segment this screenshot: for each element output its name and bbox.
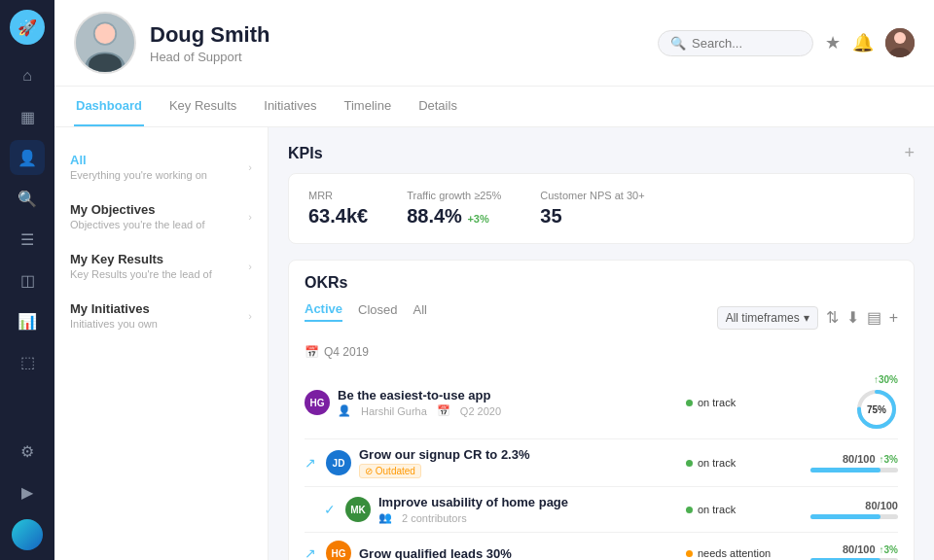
- bookmark-icon[interactable]: ★: [825, 32, 841, 53]
- trend-icon-2: ↗: [305, 455, 316, 471]
- tab-bar: Dashboard Key Results Initiatives Timeli…: [54, 87, 934, 127]
- nav-settings[interactable]: ⚙: [10, 434, 45, 469]
- sidebar-item-initiatives[interactable]: My Initiatives Initiatives you own ›: [54, 292, 268, 339]
- status-dot-2: [686, 460, 693, 467]
- nav-box[interactable]: ◫: [10, 262, 45, 298]
- okr-avatar-4: HG: [326, 541, 351, 560]
- nav-board[interactable]: ⬚: [10, 344, 45, 379]
- timeframe-button[interactable]: All timeframes ▾: [717, 306, 818, 330]
- kpi-nps-label: Customer NPS at 30+: [540, 190, 644, 201]
- progress-label-3: 80/100: [791, 500, 898, 511]
- okr-tab-all[interactable]: All: [413, 302, 427, 321]
- sidebar-objectives-label: My Objectives: [70, 202, 204, 217]
- svg-point-6: [894, 32, 906, 44]
- nav-home[interactable]: ⌂: [10, 58, 45, 93]
- tab-details[interactable]: Details: [416, 87, 459, 126]
- okr-item-1-meta: 👤 Harshil Gurha 📅 Q2 2020: [338, 404, 678, 417]
- quarter-label: 📅 Q4 2019: [305, 345, 898, 359]
- okr-item-1-progress: ↑30% 75%: [791, 374, 898, 431]
- user-name: Doug Smith: [150, 22, 269, 48]
- up-arrow-icon-4: ↑3%: [880, 544, 898, 555]
- calendar-icon-2: 📅: [437, 404, 450, 417]
- okr-item-3-progress: 80/100: [791, 500, 898, 519]
- kpi-traffic: Traffic growth ≥25% 88.4% +3%: [407, 190, 501, 228]
- sidebar-kr-label: My Key Results: [70, 252, 212, 266]
- kpi-add-icon[interactable]: +: [904, 143, 915, 163]
- okr-tab-bar: Active Closed All: [305, 301, 427, 322]
- content-area: All Everything you're working on › My Ob…: [54, 127, 934, 560]
- okr-tab-closed[interactable]: Closed: [358, 302, 397, 321]
- nav-avatar[interactable]: [12, 519, 43, 550]
- okr-item-3[interactable]: ✓ MK Improve usability of home page 👥 2 …: [305, 487, 898, 533]
- status-text-3: on track: [698, 504, 736, 515]
- search-input[interactable]: [692, 36, 799, 51]
- trend-icon-4: ↗: [305, 545, 316, 560]
- okr-avatar-3: MK: [345, 497, 371, 522]
- chevron-down-icon: ▾: [804, 311, 809, 325]
- user-info: Doug Smith Head of Support: [150, 22, 269, 64]
- bell-icon[interactable]: 🔔: [852, 32, 874, 53]
- kpi-mrr-label: MRR: [308, 190, 368, 201]
- okr-item-1-title: Be the easiest-to-use app: [338, 388, 678, 402]
- contributors-icon: 👥: [378, 511, 392, 524]
- sidebar-item-all[interactable]: All Everything you're working on ›: [54, 143, 268, 191]
- okr-item-4[interactable]: ↗ HG Grow qualified leads 30% needs atte…: [305, 533, 898, 560]
- nav-list[interactable]: ☰: [10, 222, 45, 257]
- okr-section: OKRs Active Closed All All timeframes ▾ …: [288, 260, 915, 560]
- app-logo[interactable]: 🚀: [10, 10, 45, 45]
- okr-item-2[interactable]: ↗ JD Grow our signup CR to 2.3% ⊘ Outdat…: [305, 439, 898, 487]
- up-arrow-icon-1: ↑30%: [874, 374, 898, 385]
- sidebar-all-sublabel: Everything you're working on: [70, 169, 207, 181]
- outdated-badge: ⊘ Outdated: [359, 464, 421, 478]
- okr-title: OKRs: [305, 274, 347, 292]
- view-icon[interactable]: ▤: [867, 308, 881, 327]
- okr-item-3-status: on track: [686, 504, 783, 515]
- circular-progress-text-1: 75%: [867, 404, 886, 415]
- sidebar-all-label: All: [70, 153, 207, 167]
- user-avatar: [74, 12, 136, 74]
- nav-expand[interactable]: ▶: [10, 474, 45, 509]
- status-text-4: needs attention: [698, 547, 771, 559]
- okr-toolbar: All timeframes ▾ ⇅ ⬇ ▤ +: [717, 306, 898, 330]
- okr-avatar-2: JD: [326, 450, 351, 475]
- sidebar-item-key-results[interactable]: My Key Results Key Results you're the le…: [54, 242, 268, 290]
- sidebar-initiatives-sublabel: Initiatives you own: [70, 318, 158, 330]
- nav-user[interactable]: 👤: [10, 140, 45, 175]
- header-right: 🔍 ★ 🔔: [658, 28, 915, 57]
- okr-item-2-progress: 80/100 ↑3%: [791, 453, 898, 472]
- add-okr-icon[interactable]: +: [889, 309, 898, 327]
- timeframe-label: All timeframes: [726, 311, 800, 325]
- status-text-1: on track: [698, 397, 736, 408]
- tab-key-results[interactable]: Key Results: [167, 87, 238, 126]
- sort-icon[interactable]: ⇅: [826, 308, 839, 327]
- chevron-right-icon-3: ›: [248, 261, 252, 272]
- header-avatar[interactable]: [885, 28, 915, 57]
- tab-timeline[interactable]: Timeline: [341, 87, 393, 126]
- okr-item-2-title: Grow our signup CR to 2.3%: [359, 447, 678, 462]
- kpi-traffic-value: 88.4% +3%: [407, 205, 501, 228]
- svg-point-3: [95, 23, 116, 44]
- kpi-card: MRR 63.4k€ Traffic growth ≥25% 88.4% +3%…: [288, 173, 915, 244]
- kpi-title: KPIs: [288, 145, 323, 162]
- kpi-nps: Customer NPS at 30+ 35: [540, 190, 644, 228]
- check-icon-3: ✓: [324, 502, 336, 517]
- tab-initiatives[interactable]: Initiatives: [262, 87, 318, 126]
- okr-item-2-info: Grow our signup CR to 2.3% ⊘ Outdated: [359, 447, 678, 478]
- left-navigation: 🚀 ⌂ ▦ 👤 🔍 ☰ ◫ 📊 ⬚ ⚙ ▶: [0, 0, 54, 560]
- nav-grid[interactable]: ▦: [10, 99, 45, 134]
- nav-search[interactable]: 🔍: [10, 181, 45, 216]
- main-panel: KPIs + MRR 63.4k€ Traffic growth ≥25% 88…: [269, 127, 934, 560]
- download-icon[interactable]: ⬇: [846, 308, 859, 327]
- okr-item-1-info: Be the easiest-to-use app 👤 Harshil Gurh…: [338, 388, 678, 417]
- okr-item-4-progress: 80/100 ↑3%: [791, 543, 898, 560]
- main-area: Doug Smith Head of Support 🔍 ★ 🔔 Dashboa…: [54, 0, 934, 560]
- sidebar-kr-sublabel: Key Results you're the lead of: [70, 268, 212, 280]
- okr-tab-active[interactable]: Active: [305, 301, 342, 322]
- kpi-traffic-label: Traffic growth ≥25%: [407, 190, 501, 201]
- okr-item-1[interactable]: HG Be the easiest-to-use app 👤 Harshil G…: [305, 367, 898, 439]
- nav-chart[interactable]: 📊: [10, 303, 45, 338]
- status-dot-1: [686, 400, 693, 406]
- sidebar-item-objectives[interactable]: My Objectives Objectives you're the lead…: [54, 192, 268, 240]
- search-bar[interactable]: 🔍: [658, 30, 813, 56]
- tab-dashboard[interactable]: Dashboard: [74, 87, 144, 126]
